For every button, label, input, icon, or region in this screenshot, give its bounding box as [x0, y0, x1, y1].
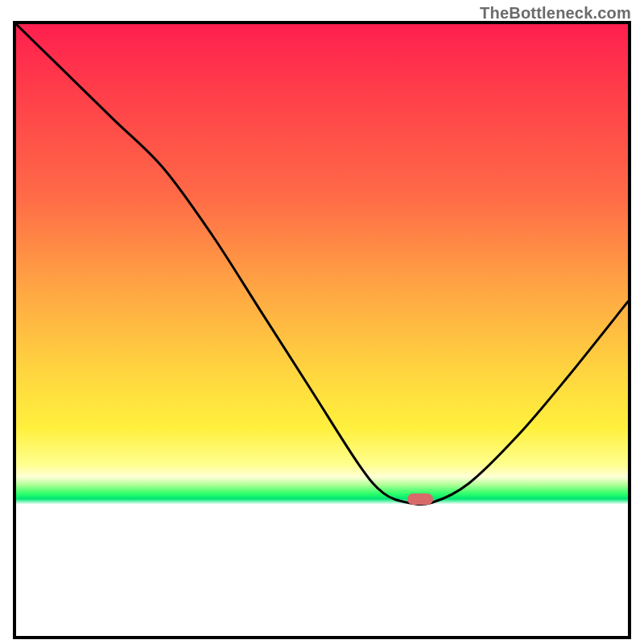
optimum-marker [407, 493, 433, 505]
watermark-text: TheBottleneck.com [480, 4, 631, 23]
bottleneck-curve [16, 24, 628, 636]
chart-frame [13, 21, 631, 639]
